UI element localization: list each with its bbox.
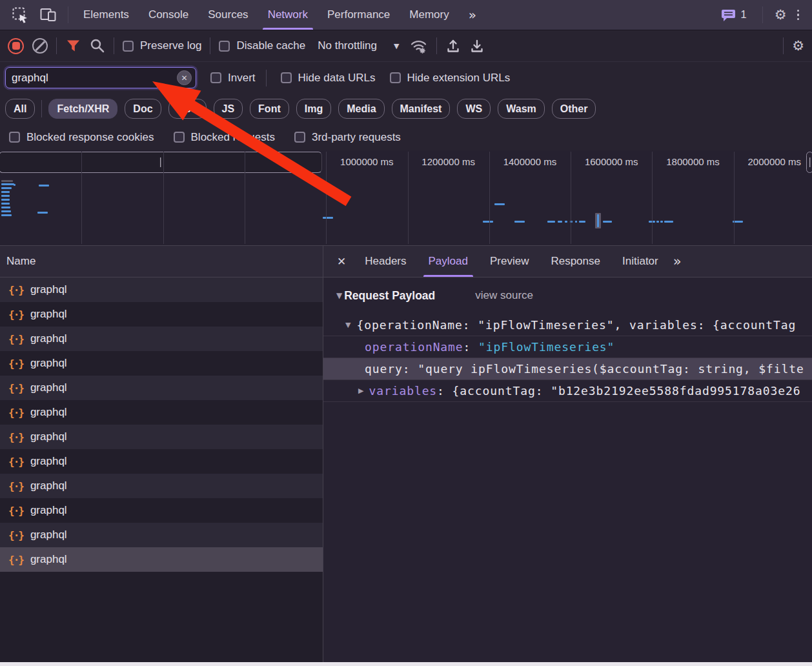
request-row[interactable]: {·} graphql: [0, 498, 323, 523]
throttling-select[interactable]: No throttling ▼: [318, 39, 399, 52]
filter-input[interactable]: ✕: [5, 67, 196, 88]
waterfall-bar: [1, 203, 10, 205]
close-icon[interactable]: ✕: [337, 255, 346, 268]
payload-separator: :: [403, 362, 418, 376]
name-column-header[interactable]: Name: [0, 246, 323, 278]
network-filter-toggle[interactable]: Blocked requests: [174, 131, 275, 144]
checkbox[interactable]: [9, 132, 20, 143]
network-filter-toggle[interactable]: 3rd-party requests: [294, 131, 401, 144]
request-row[interactable]: {·} graphql: [0, 327, 323, 351]
details-tab[interactable]: Payload: [418, 246, 479, 277]
request-row[interactable]: {·} graphql: [0, 523, 323, 547]
preserve-log-toggle[interactable]: Preserve log: [123, 39, 201, 52]
request-row[interactable]: {·} graphql: [0, 278, 323, 302]
request-row[interactable]: {·} graphql: [0, 376, 323, 400]
panel-tab[interactable]: Sources: [198, 0, 258, 30]
checkbox[interactable]: [174, 132, 185, 143]
invert-filter-toggle[interactable]: Invert: [210, 72, 256, 85]
requests-panel: Name {·} graphql {·} graphql {·} graphql…: [0, 246, 323, 662]
collapse-section-icon[interactable]: ▼: [336, 291, 342, 300]
invert-checkbox[interactable]: [210, 72, 221, 83]
resource-filter-chip[interactable]: Other: [552, 99, 596, 119]
panel-tab[interactable]: Memory: [400, 0, 458, 30]
clear-filter-icon[interactable]: ✕: [177, 70, 192, 85]
resource-filter-chip[interactable]: Doc: [125, 99, 161, 119]
resource-filter-chip[interactable]: CSS: [168, 99, 207, 119]
waterfall-bar: [1, 180, 13, 182]
expand-object-icon[interactable]: ▶: [358, 387, 363, 395]
network-filter-toggle[interactable]: Blocked response cookies: [9, 131, 154, 144]
timeline-gridline: [652, 152, 653, 244]
fetch-xhr-icon: {·}: [8, 407, 23, 419]
disable-cache-toggle[interactable]: Disable cache: [219, 39, 305, 52]
checkbox-label: 3rd-party requests: [312, 131, 401, 144]
settings-icon[interactable]: ⚙: [775, 8, 787, 22]
throttling-value: No throttling: [318, 39, 377, 52]
panel-tab[interactable]: Console: [139, 0, 198, 30]
advanced-filter-bar: Blocked response cookies Blocked request…: [0, 124, 812, 150]
filter-icon[interactable]: [65, 39, 81, 53]
issues-counter[interactable]: 1: [721, 8, 746, 22]
filter-text-input[interactable]: [12, 72, 177, 85]
resource-filter-chip[interactable]: All: [5, 99, 35, 119]
resource-filter-chip[interactable]: Media: [338, 99, 384, 119]
waterfall-bar: [575, 221, 577, 223]
overview-right-grip[interactable]: [806, 152, 812, 173]
request-row[interactable]: {·} graphql: [0, 351, 323, 376]
network-conditions-icon[interactable]: [410, 38, 428, 54]
details-tab[interactable]: Response: [540, 246, 611, 277]
panel-tab[interactable]: Elements: [74, 0, 139, 30]
import-har-icon[interactable]: [445, 38, 461, 54]
payload-row-variables[interactable]: ▶ variables: {accountTag: "b12e3b2192ee5…: [323, 379, 812, 401]
inspect-element-icon[interactable]: [6, 6, 34, 24]
request-name: graphql: [30, 553, 67, 566]
checkbox[interactable]: [294, 132, 305, 143]
search-icon[interactable]: [90, 38, 105, 54]
resource-filter-chip[interactable]: JS: [214, 99, 243, 119]
details-tab[interactable]: Initiator: [611, 246, 669, 277]
resource-filter-chip[interactable]: Fetch/XHR: [48, 99, 117, 119]
waterfall-bar: [579, 221, 585, 223]
request-row[interactable]: {·} graphql: [0, 474, 323, 498]
network-settings-icon[interactable]: ⚙: [792, 39, 804, 53]
record-network-log-icon[interactable]: [8, 38, 24, 54]
request-row[interactable]: {·} graphql: [0, 425, 323, 449]
waterfall-bar: [1, 199, 10, 201]
device-toolbar-icon[interactable]: [34, 7, 63, 23]
payload-summary-row[interactable]: ▼ {operationName: "ipFlowTimeseries", va…: [323, 314, 812, 336]
panel-tab[interactable]: Network: [258, 0, 318, 30]
checkbox-label: Blocked requests: [191, 131, 275, 144]
timeline-overview[interactable]: 200000 ms400000 ms600000 ms800000 ms1000…: [0, 150, 812, 246]
payload-row-operationname[interactable]: operationName: "ipFlowTimeseries": [323, 336, 812, 358]
details-tab[interactable]: Preview: [479, 246, 540, 277]
panel-tab[interactable]: Performance: [318, 0, 400, 30]
more-menu-icon[interactable]: [792, 7, 805, 23]
collapse-object-icon[interactable]: ▼: [345, 321, 350, 329]
hide-data-urls-toggle[interactable]: Hide data URLs: [281, 72, 376, 85]
hide-extension-urls-toggle[interactable]: Hide extension URLs: [390, 72, 511, 85]
request-details-panel: ✕ HeadersPayloadPreviewResponseInitiator…: [323, 246, 812, 662]
resource-filter-chip[interactable]: Font: [250, 99, 289, 119]
request-row[interactable]: {·} graphql: [0, 449, 323, 474]
request-row[interactable]: {·} graphql: [0, 547, 323, 572]
more-panels-icon[interactable]: »: [459, 0, 486, 30]
view-source-link[interactable]: view source: [475, 289, 533, 302]
details-tab[interactable]: Headers: [354, 246, 417, 277]
resource-filter-chip[interactable]: Img: [296, 99, 331, 119]
payload-row-query[interactable]: query: "query ipFlowTimeseries($accountT…: [323, 358, 812, 379]
waterfall-bar: [39, 185, 49, 187]
timeline-tick-label: 1000000 ms: [326, 156, 407, 167]
preserve-log-checkbox[interactable]: [123, 41, 134, 52]
request-row[interactable]: {·} graphql: [0, 400, 323, 425]
clear-network-log-icon[interactable]: [32, 38, 48, 54]
hide-data-urls-checkbox[interactable]: [281, 72, 292, 83]
request-row[interactable]: {·} graphql: [0, 302, 323, 327]
overflow-tabs-icon[interactable]: »: [673, 254, 682, 269]
resource-filter-chip[interactable]: WS: [457, 99, 491, 119]
export-har-icon[interactable]: [469, 38, 485, 54]
disable-cache-checkbox[interactable]: [219, 41, 230, 52]
hide-extension-urls-checkbox[interactable]: [390, 72, 401, 83]
overview-left-grip[interactable]: [0, 152, 322, 173]
resource-filter-chip[interactable]: Wasm: [498, 99, 545, 119]
resource-filter-chip[interactable]: Manifest: [392, 99, 451, 119]
